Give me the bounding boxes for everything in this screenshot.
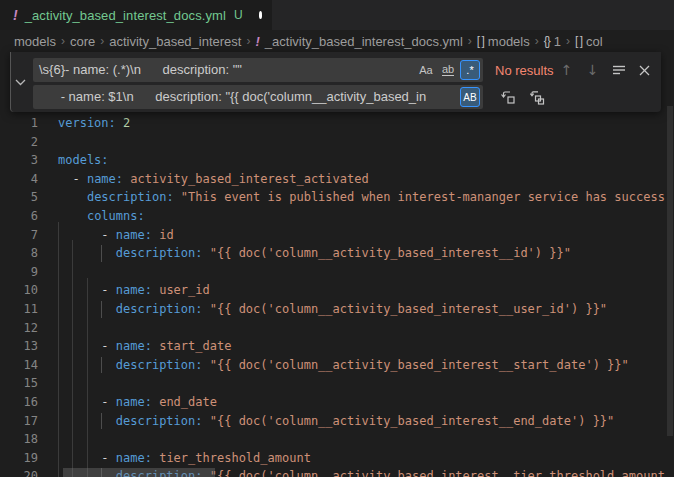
code-line[interactable]: 15 xyxy=(0,374,674,393)
replace-input[interactable]: - name: $1\n description: "{{ doc('colum… xyxy=(33,85,483,109)
code-line[interactable]: 19 - name: tier_threshold_amount xyxy=(0,449,674,468)
selection-icon xyxy=(612,64,626,76)
replace-icon xyxy=(500,89,516,105)
code-line[interactable]: 5 description: "This event is published … xyxy=(0,188,674,207)
line-number: 16 xyxy=(0,393,38,412)
code-line[interactable]: 2 xyxy=(0,133,674,152)
next-match-button[interactable]: ↓ xyxy=(582,60,603,81)
code-text xyxy=(38,133,58,152)
code-line[interactable]: 4 - name: activity_based_interest_activa… xyxy=(0,170,674,189)
close-icon xyxy=(639,65,650,76)
code-line[interactable]: 14 description: "{{ doc('column__activit… xyxy=(0,356,674,375)
line-number: 6 xyxy=(0,207,38,226)
code-text: description: "{{ doc('column__activity_b… xyxy=(38,356,629,375)
breadcrumb-label: _activity_based_interest_docs.yml xyxy=(265,34,463,49)
yaml-file-icon: ! xyxy=(13,7,18,23)
breadcrumb-separator: › xyxy=(100,34,104,48)
line-number: 1 xyxy=(0,114,38,133)
indent-guide xyxy=(101,245,102,262)
line-number: 5 xyxy=(0,188,38,207)
breadcrumb-item[interactable]: core xyxy=(70,34,95,49)
editor-pane[interactable]: 1version: 223models:4 - name: activity_b… xyxy=(0,52,674,477)
line-number: 14 xyxy=(0,356,38,375)
breadcrumb-item[interactable]: [ ]col xyxy=(575,34,603,49)
code-line[interactable]: 12 xyxy=(0,319,674,338)
line-number: 8 xyxy=(0,244,38,263)
code-line[interactable]: 16 - name: end_date xyxy=(0,393,674,412)
line-number: 17 xyxy=(0,412,38,431)
code-area: 1version: 223models:4 - name: activity_b… xyxy=(0,114,674,477)
code-line[interactable]: 9 xyxy=(0,263,674,282)
editor-tab[interactable]: ! _activity_based_interest_docs.yml U xyxy=(0,0,272,30)
line-number: 13 xyxy=(0,337,38,356)
breadcrumb-separator: › xyxy=(566,34,570,48)
toggle-replace-chevron[interactable] xyxy=(11,52,30,112)
find-query-text: \s{6}- name: (.*)\n description: "" xyxy=(39,58,242,82)
previous-match-button[interactable]: ↑ xyxy=(556,60,577,81)
code-line[interactable]: 7 - name: id xyxy=(0,226,674,245)
code-line[interactable]: 18 xyxy=(0,430,674,449)
breadcrumb-item[interactable]: models xyxy=(14,34,56,49)
code-line[interactable]: 6 columns: xyxy=(0,207,674,226)
breadcrumb-label: core xyxy=(70,34,95,49)
code-text: - name: user_id xyxy=(38,281,210,300)
code-line[interactable]: 17 description: "{{ doc('column__activit… xyxy=(0,412,674,431)
code-line[interactable]: 13 - name: start_date xyxy=(0,337,674,356)
code-text xyxy=(38,374,58,393)
symbol-icon: [ ] xyxy=(477,34,484,48)
match-case-toggle[interactable]: Aa xyxy=(416,60,436,80)
code-text: version: 2 xyxy=(38,114,130,133)
code-text xyxy=(38,430,58,449)
arrow-up-icon: ↑ xyxy=(561,62,573,78)
line-number: 19 xyxy=(0,449,38,468)
code-text: columns: xyxy=(38,207,145,226)
code-line[interactable]: 3models: xyxy=(0,151,674,170)
chevron-down-icon xyxy=(15,79,26,86)
breadcrumb-separator: › xyxy=(246,34,250,48)
code-line[interactable]: 10 - name: user_id xyxy=(0,281,674,300)
code-line[interactable]: 1version: 2 xyxy=(0,114,674,133)
line-number: 10 xyxy=(0,281,38,300)
line-number: 12 xyxy=(0,319,38,338)
vertical-scrollbar-thumb[interactable] xyxy=(667,106,673,436)
code-text: models: xyxy=(38,151,109,170)
line-number: 20 xyxy=(0,467,38,477)
horizontal-scrollbar-thumb[interactable] xyxy=(63,468,215,477)
breadcrumb-item[interactable]: !_activity_based_interest_docs.yml xyxy=(255,34,462,49)
code-text: description: "{{ doc('column__activity_b… xyxy=(38,244,571,263)
find-status: No results xyxy=(495,63,554,78)
replace-all-button[interactable] xyxy=(526,87,547,108)
code-text xyxy=(38,263,58,282)
preserve-case-toggle[interactable]: AB xyxy=(460,87,480,107)
code-line[interactable]: 8 description: "{{ doc('column__activity… xyxy=(0,244,674,263)
code-text: description: "{{ doc('column__activity_b… xyxy=(38,412,614,431)
replace-button[interactable] xyxy=(497,87,518,108)
indent-guide xyxy=(101,301,102,318)
breadcrumb-separator: › xyxy=(535,34,539,48)
yaml-file-icon: ! xyxy=(255,34,259,49)
find-input[interactable]: \s{6}- name: (.*)\n description: "" Aa a… xyxy=(33,58,483,82)
code-text: description: "{{ doc('column__activity_b… xyxy=(38,300,607,319)
whole-word-toggle[interactable]: ab xyxy=(438,60,458,80)
breadcrumb-label: models xyxy=(488,34,530,49)
breadcrumb-label: 1 xyxy=(554,34,561,49)
symbol-icon: [ ] xyxy=(575,34,582,48)
tab-bar: ! _activity_based_interest_docs.yml U xyxy=(0,0,674,30)
breadcrumb-item[interactable]: [ ]models xyxy=(477,34,530,49)
code-text: - name: id xyxy=(38,226,174,245)
code-text: - name: tier_threshold_amount xyxy=(38,449,311,468)
code-line[interactable]: 11 description: "{{ doc('column__activit… xyxy=(0,300,674,319)
line-number: 2 xyxy=(0,133,38,152)
unsaved-changes-dot[interactable] xyxy=(259,11,262,19)
git-untracked-badge: U xyxy=(234,8,243,22)
find-in-selection-button[interactable] xyxy=(608,60,629,81)
symbol-icon: {} xyxy=(544,34,550,48)
breadcrumb: models›core›activity_based_interest›!_ac… xyxy=(0,30,674,52)
indent-guide xyxy=(101,357,102,374)
regex-toggle[interactable]: .* xyxy=(460,60,480,80)
breadcrumb-label: activity_based_interest xyxy=(109,34,241,49)
breadcrumb-item[interactable]: activity_based_interest xyxy=(109,34,241,49)
close-find-widget-button[interactable] xyxy=(634,60,655,81)
breadcrumb-item[interactable]: {}1 xyxy=(544,34,561,49)
breadcrumb-label: col xyxy=(586,34,603,49)
